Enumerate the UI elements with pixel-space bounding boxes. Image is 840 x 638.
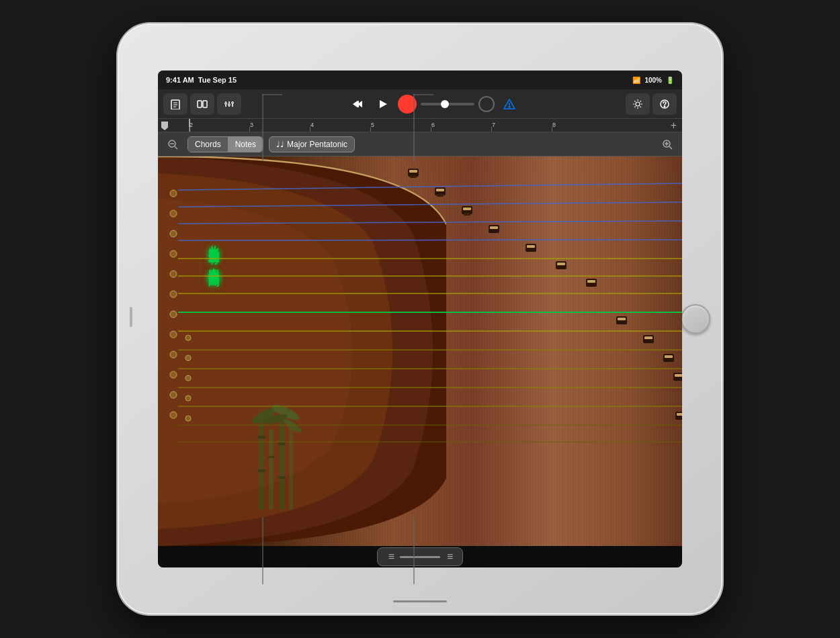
status-bar: 9:41 AM Tue Sep 15 📶 100% 🔋 xyxy=(158,71,682,89)
svg-point-18 xyxy=(664,105,665,107)
bridge-5 xyxy=(526,244,536,252)
instrument-area[interactable]: 此曲祇應天上有 人間能得幾回聞 xyxy=(158,156,682,546)
new-track-button[interactable] xyxy=(163,93,187,115)
svg-rect-78 xyxy=(436,189,444,191)
chords-notes-toggle: Chords Notes xyxy=(187,136,263,152)
zoom-in-button[interactable] xyxy=(658,135,677,154)
battery-icon: 🔋 xyxy=(666,77,674,84)
scale-selector[interactable]: ♩♩ Major Pentatonic xyxy=(269,136,355,152)
bridge-2 xyxy=(435,187,446,197)
ruler-mark-5: 6 xyxy=(431,119,491,132)
svg-rect-79 xyxy=(437,194,444,197)
ruler-num-7: 8 xyxy=(552,122,556,128)
svg-rect-76 xyxy=(410,175,417,178)
right-toolbar xyxy=(626,93,677,115)
bridge-11 xyxy=(673,373,682,381)
ruler-num-3: 4 xyxy=(310,122,314,128)
ruler-mark-2: 3 xyxy=(249,119,310,132)
bridge-1 xyxy=(408,169,419,178)
tempo-thumb xyxy=(441,100,449,108)
annotation-line-1-h xyxy=(262,94,282,95)
status-left: 9:41 AM Tue Sep 15 xyxy=(166,76,237,84)
home-indicator xyxy=(393,600,447,602)
transport-controls xyxy=(244,93,623,115)
bridge-9 xyxy=(643,335,654,343)
wifi-icon: 📶 xyxy=(632,77,640,84)
svg-point-16 xyxy=(636,102,640,106)
bridge-4 xyxy=(489,225,499,233)
volume-button[interactable] xyxy=(130,307,132,327)
time-display: 9:41 AM xyxy=(166,76,194,84)
ruler-tick-5 xyxy=(431,127,431,132)
loop-button[interactable] xyxy=(190,93,214,115)
annotation-line-3 xyxy=(262,517,263,584)
ruler-num-4: 5 xyxy=(371,122,374,128)
svg-rect-92 xyxy=(618,318,626,320)
ruler-tick-6 xyxy=(491,127,492,132)
svg-rect-8 xyxy=(232,102,234,103)
scroll-icon-left: ≡ xyxy=(388,551,393,563)
svg-rect-100 xyxy=(677,413,682,416)
ruler-num-6: 7 xyxy=(492,122,495,128)
ruler-mark-6: 7 xyxy=(491,119,552,132)
svg-marker-12 xyxy=(380,100,387,108)
add-section-button[interactable]: + xyxy=(665,120,682,132)
annotation-line-2-h xyxy=(413,94,433,95)
svg-rect-88 xyxy=(557,263,565,265)
chords-button[interactable]: Chords xyxy=(188,137,228,152)
ruler-tick-1 xyxy=(189,127,190,132)
ruler-marks: 2 3 4 5 6 xyxy=(189,119,665,132)
ipad-screen: 9:41 AM Tue Sep 15 📶 100% 🔋 xyxy=(158,71,682,567)
svg-rect-75 xyxy=(409,170,417,173)
count-in-button[interactable] xyxy=(499,93,520,115)
ruler-mark-7: 8 xyxy=(552,119,612,132)
svg-rect-96 xyxy=(665,355,673,358)
bottom-scroll-bar: ≡ ≡ xyxy=(158,546,682,567)
ruler-tick-2 xyxy=(249,127,250,132)
play-button[interactable] xyxy=(372,93,394,115)
rewind-button[interactable] xyxy=(347,93,368,115)
svg-marker-19 xyxy=(161,122,168,130)
mixer-button[interactable] xyxy=(217,93,241,115)
scale-label: Major Pentatonic xyxy=(287,140,347,149)
svg-rect-7 xyxy=(228,104,230,105)
metronome-button[interactable] xyxy=(478,96,495,112)
svg-point-15 xyxy=(509,106,510,107)
annotation-line-2 xyxy=(413,94,415,161)
annotation-line-1 xyxy=(262,94,263,161)
ruler-mark-4: 5 xyxy=(370,119,431,132)
svg-rect-90 xyxy=(587,280,595,283)
help-button[interactable] xyxy=(653,93,677,115)
scroll-track xyxy=(400,556,440,558)
ipad-device: 9:41 AM Tue Sep 15 📶 100% 🔋 xyxy=(118,24,722,614)
ruler-tick-3 xyxy=(310,127,310,132)
svg-rect-6 xyxy=(225,103,227,104)
bridge-6 xyxy=(556,261,566,269)
scroll-progress xyxy=(400,556,440,558)
bridges-svg xyxy=(158,156,682,546)
svg-line-24 xyxy=(669,146,672,149)
svg-rect-86 xyxy=(527,245,535,248)
timeline-ruler: 2 3 4 5 6 xyxy=(158,119,682,132)
guzheng-scene: 此曲祇應天上有 人間能得幾回聞 xyxy=(158,156,682,546)
scale-icon: ♩♩ xyxy=(276,140,284,149)
bridge-3 xyxy=(462,206,472,216)
ruler-tick-4 xyxy=(370,127,371,132)
svg-rect-94 xyxy=(644,336,653,339)
svg-rect-82 xyxy=(464,213,470,216)
tempo-slider[interactable] xyxy=(421,103,474,105)
notes-button[interactable]: Notes xyxy=(228,137,263,152)
svg-rect-81 xyxy=(463,208,471,210)
settings-button[interactable] xyxy=(626,93,650,115)
scroll-indicator[interactable]: ≡ ≡ xyxy=(377,547,464,566)
date-display: Tue Sep 15 xyxy=(198,76,237,84)
home-button[interactable] xyxy=(681,304,710,334)
ruler-mark-3: 4 xyxy=(310,119,370,132)
ruler-tick-7 xyxy=(552,127,552,132)
zoom-out-button[interactable] xyxy=(163,135,182,154)
ruler-num-2: 3 xyxy=(250,122,253,128)
svg-rect-84 xyxy=(490,226,498,229)
bridge-10 xyxy=(663,354,674,362)
status-right: 📶 100% 🔋 xyxy=(632,77,674,84)
bridge-8 xyxy=(616,316,627,324)
